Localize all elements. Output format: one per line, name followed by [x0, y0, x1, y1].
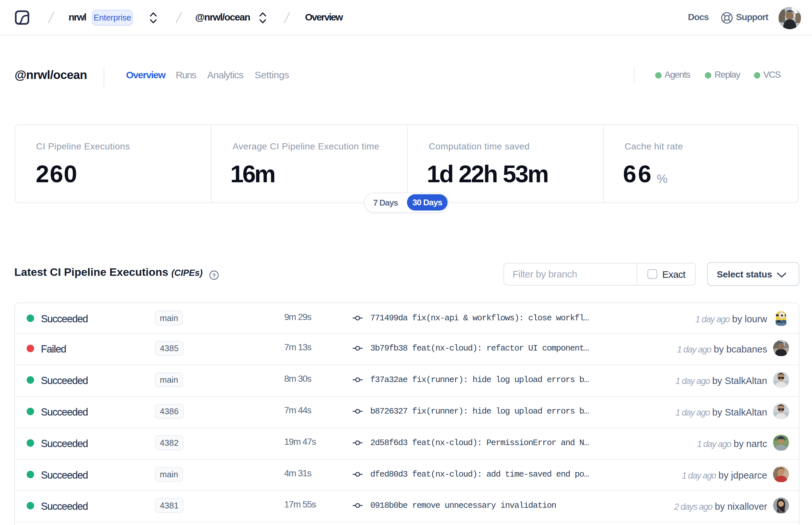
svg-text:?: ?	[212, 273, 216, 279]
